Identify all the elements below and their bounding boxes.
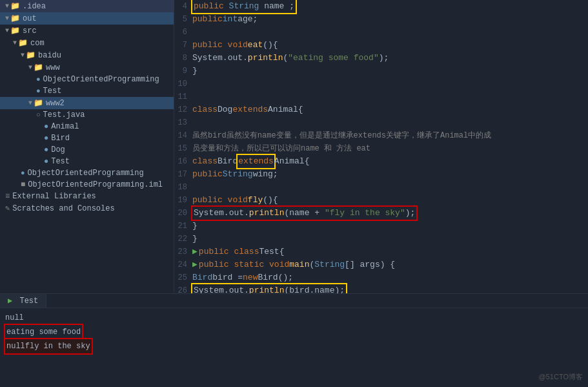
var: out (228, 52, 243, 65)
line-number: 14 (174, 129, 192, 142)
code-line-19: 19 public void fly(){ (174, 194, 588, 207)
code-line-8: 8 System.out.println("eating some food")… (174, 52, 588, 65)
method: println (249, 208, 285, 218)
sidebar-item-animal[interactable]: ● Animal (0, 121, 174, 132)
plain: . (243, 52, 248, 65)
arrow-icon: ▼ (28, 64, 32, 71)
folder-icon: 📁 (10, 14, 20, 23)
line-number: 15 (174, 142, 192, 155)
file-tree: ▼ 📁 .idea ▼ 📁 out ▼ 📁 src ▼ 📁 com ▼ 📁 ba… (0, 0, 174, 293)
class-icon: ● (44, 145, 48, 154)
plain: . (224, 286, 229, 293)
sidebar-item-out[interactable]: ▼ 📁 out (0, 12, 174, 25)
sidebar-item-www[interactable]: ▼ 📁 www (0, 61, 174, 74)
keyword: new (243, 271, 258, 284)
keyword-extends-highlight: extends (238, 155, 274, 168)
line-number: 11 (174, 90, 192, 103)
code-line-6: 6 (174, 26, 588, 39)
line-number: 18 (174, 181, 192, 194)
sidebar-item-label: Test (51, 157, 70, 166)
method: println (248, 52, 283, 65)
sidebar-item-iml[interactable]: ■ ObjectOrientedProgramming.iml (0, 179, 174, 191)
sidebar-item-test[interactable]: ● Test (0, 85, 174, 97)
line-number: 5 (174, 13, 192, 26)
java-icon: ○ (36, 111, 41, 119)
classname: Bird (218, 155, 238, 168)
type: String (223, 168, 253, 181)
sidebar-item-label: .idea (23, 2, 46, 11)
sidebar-item-label: Test (43, 87, 62, 96)
var: out (229, 208, 244, 218)
class-icon: ● (44, 157, 48, 166)
arrow-icon: ▼ (5, 15, 9, 22)
lib-icon: ≡ (5, 192, 10, 201)
code-line-14: 14 虽然bird虽然没有name变量，但是是通过继承extends关键字，继承… (174, 129, 588, 142)
classname: Test (259, 246, 279, 258)
code-line-16: 16 class Bird extends Animal{ (174, 155, 588, 168)
sidebar-item-baidu[interactable]: ▼ 📁 baidu (0, 49, 174, 61)
folder-icon: 📁 (26, 50, 35, 60)
sidebar-item-dog[interactable]: ● Dog (0, 144, 174, 156)
plain: age; (238, 13, 258, 26)
sidebar-item-idea[interactable]: ▼ 📁 .idea (0, 0, 174, 12)
keyword: class (192, 103, 218, 116)
folder-icon: 📁 (10, 1, 20, 11)
classname: Animal{ (268, 103, 303, 116)
plain: wing; (253, 168, 278, 181)
console-food-text: eating some food (5, 325, 82, 339)
run-arrow-icon: ▶ (192, 246, 198, 258)
keyword: public (192, 13, 223, 26)
code-highlight-red: System.out.println(name + "fly in the sk… (192, 207, 416, 220)
sidebar-item-test2[interactable]: ● Test (0, 156, 174, 167)
comment-text: 员变量和方法，所以已可以访问name 和 方法 eat (192, 142, 370, 155)
code-line-11: 11 (174, 90, 588, 103)
folder-icon: 📁 (18, 38, 28, 48)
code-line-9: 9 } (174, 65, 588, 78)
plain: ); (405, 208, 416, 218)
line-number: 26 (174, 284, 192, 293)
classname: Dog (218, 103, 232, 116)
plain: } (192, 220, 198, 233)
sidebar-item-label: src (23, 26, 37, 36)
line-number: 9 (174, 65, 192, 78)
run-icon: ▶ (8, 297, 12, 306)
code-line-22: 22 } (174, 233, 588, 246)
sidebar-item-extlibs[interactable]: ≡ External Libraries (0, 191, 174, 202)
code-editor[interactable]: 4 public String name ; 5 public int age;… (174, 0, 588, 293)
code-line-17: 17 public String wing; (174, 168, 588, 181)
console-tab[interactable]: ▶ Test (0, 294, 46, 308)
classname: System (192, 52, 223, 65)
arrow-icon: ▼ (21, 52, 25, 59)
sidebar-item-label: Test.java (43, 110, 85, 120)
scratch-icon: ✎ (5, 204, 10, 213)
line-number: 4 (174, 0, 192, 13)
arrow-icon: ▼ (13, 39, 17, 47)
plain: [] args) { (345, 258, 395, 271)
sidebar-item-label: www2 (46, 99, 65, 108)
sidebar-item-bird[interactable]: ● Bird (0, 132, 174, 144)
sidebar-item-testjava[interactable]: ○ Test.java (0, 109, 174, 121)
class-icon: ● (44, 122, 48, 131)
sidebar-item-label: out (23, 14, 37, 23)
sidebar-item-oop[interactable]: ● ObjectOrientedProgramming (0, 167, 174, 179)
sidebar-item-src[interactable]: ▼ 📁 src (0, 25, 174, 37)
plain: ( (283, 52, 288, 65)
sidebar-item-www2[interactable]: ▼ 📁 www2 (0, 97, 174, 109)
code-line-15: 15 员变量和方法，所以已可以访问name 和 方法 eat (174, 142, 588, 155)
java-icon: ● (36, 87, 41, 95)
sidebar-item-objectoriented[interactable]: ● ObjectOrientedProgramming (0, 74, 174, 85)
sidebar-item-com[interactable]: ▼ 📁 com (0, 37, 174, 49)
sidebar-item-scratches[interactable]: ✎ Scratches and Consoles (0, 202, 174, 214)
plain: } (192, 233, 198, 246)
keyword: class (192, 155, 218, 168)
line-number: 16 (174, 155, 192, 168)
sidebar-item-label: ObjectOrientedProgramming (28, 169, 144, 178)
main-layout: ▼ 📁 .idea ▼ 📁 out ▼ 📁 src ▼ 📁 com ▼ 📁 ba… (0, 0, 588, 293)
code-line-20: 20 System.out.println(name + "fly in the… (174, 207, 588, 220)
console-line-nullfly: nullfly in the sky (5, 339, 583, 353)
method: fly (248, 194, 263, 207)
plain: ); (379, 52, 389, 65)
arrow-icon: ▼ (5, 3, 9, 10)
plain: bird = (212, 271, 243, 284)
classname: System (194, 286, 224, 293)
